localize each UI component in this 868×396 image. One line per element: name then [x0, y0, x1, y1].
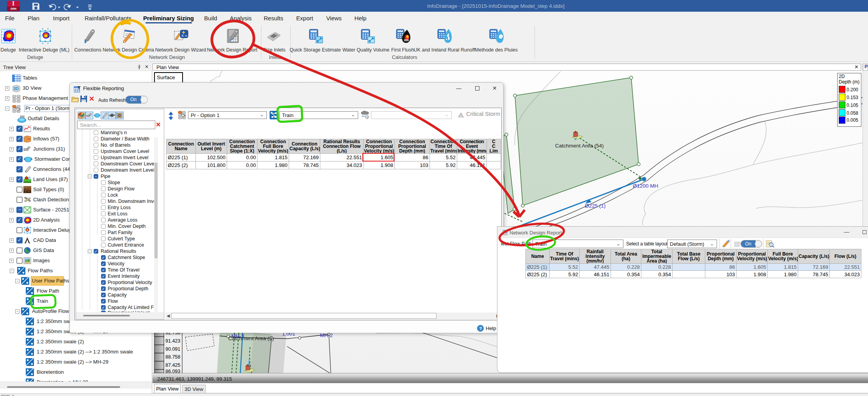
svg-text:MH-2: MH-2	[320, 332, 333, 338]
svg-text:Ø1200 MH: Ø1200 MH	[633, 183, 658, 189]
svg-text:Surface: Surface	[157, 75, 175, 80]
svg-text:?: ?	[366, 116, 368, 119]
svg-text:3D: 3D	[13, 86, 19, 91]
svg-text:Catchment Area (2): Catchment Area (2)	[228, 336, 274, 341]
svg-text:86.093: 86.093	[165, 369, 180, 373]
svg-text:Ø225 (1): Ø225 (1)	[585, 203, 605, 209]
svg-text:88.758: 88.758	[165, 354, 180, 360]
svg-text:90.091: 90.091	[165, 346, 180, 352]
svg-text:?: ?	[479, 326, 482, 331]
svg-text:Catchment Area (54): Catchment Area (54)	[555, 143, 604, 149]
svg-text:87.425: 87.425	[165, 362, 180, 368]
svg-text:91.423: 91.423	[165, 338, 180, 344]
